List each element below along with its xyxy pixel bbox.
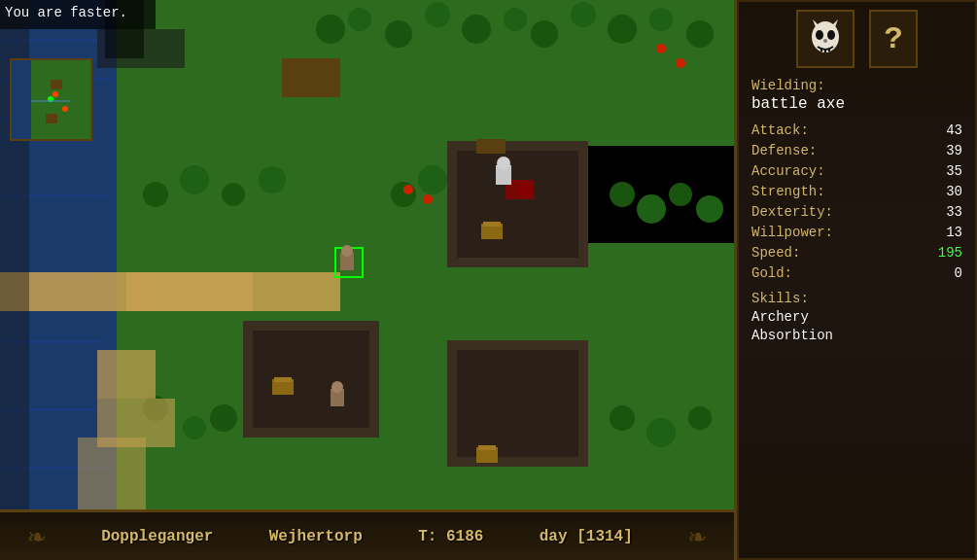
game-message: You are faster. bbox=[5, 5, 127, 20]
svg-point-61 bbox=[696, 195, 723, 223]
svg-rect-30 bbox=[483, 222, 501, 227]
svg-rect-69 bbox=[97, 350, 156, 399]
svg-point-67 bbox=[688, 406, 712, 430]
minimap bbox=[10, 58, 92, 141]
stat-row: Defense:39 bbox=[751, 143, 962, 158]
day-display: day [1314] bbox=[540, 528, 633, 545]
svg-point-15 bbox=[348, 8, 371, 31]
svg-point-47 bbox=[676, 58, 685, 68]
svg-point-59 bbox=[637, 194, 666, 224]
stat-row: Attack:43 bbox=[751, 122, 962, 138]
svg-rect-81 bbox=[46, 114, 57, 123]
svg-point-43 bbox=[418, 165, 447, 194]
skill-item: Absorbtion bbox=[751, 328, 962, 343]
svg-rect-26 bbox=[457, 151, 578, 258]
svg-point-22 bbox=[608, 15, 637, 44]
stat-value: 195 bbox=[924, 245, 962, 261]
stat-value: 0 bbox=[924, 265, 962, 281]
svg-point-18 bbox=[462, 15, 491, 44]
svg-point-77 bbox=[52, 91, 58, 97]
svg-point-19 bbox=[504, 8, 527, 31]
stats-rows: Attack:43Defense:39Accuracy:35Strength:3… bbox=[751, 122, 962, 281]
svg-point-42 bbox=[391, 182, 416, 207]
game-map bbox=[0, 0, 734, 509]
status-right-deco: ❧ bbox=[688, 518, 706, 554]
stat-row: Willpower:13 bbox=[751, 225, 962, 240]
svg-rect-51 bbox=[274, 377, 292, 382]
stat-label: Dexterity: bbox=[751, 204, 839, 220]
stat-label: Willpower: bbox=[751, 225, 839, 240]
stat-row: Speed:195 bbox=[751, 245, 962, 261]
svg-rect-71 bbox=[78, 438, 146, 509]
svg-rect-57 bbox=[478, 445, 496, 450]
svg-point-34 bbox=[497, 157, 510, 170]
stat-value: 13 bbox=[924, 225, 962, 240]
svg-point-38 bbox=[143, 182, 168, 207]
svg-rect-31 bbox=[476, 139, 506, 154]
svg-point-53 bbox=[331, 381, 343, 393]
svg-point-86 bbox=[823, 39, 827, 43]
svg-point-21 bbox=[571, 2, 596, 27]
svg-rect-75 bbox=[12, 60, 31, 141]
svg-point-40 bbox=[222, 183, 245, 206]
wielding-label: Wielding: bbox=[751, 78, 962, 93]
stat-value: 35 bbox=[924, 163, 962, 179]
stat-row: Strength:30 bbox=[751, 184, 962, 199]
svg-point-84 bbox=[816, 30, 823, 40]
stat-value: 30 bbox=[924, 184, 962, 199]
game-viewport[interactable]: You are faster. ❧ Doppleganger Wejhertor… bbox=[0, 0, 734, 560]
stat-label: Strength: bbox=[751, 184, 839, 199]
location-name: Wejhertorp bbox=[269, 528, 363, 545]
svg-point-24 bbox=[686, 20, 714, 48]
svg-point-58 bbox=[610, 182, 635, 207]
help-icon[interactable]: ? bbox=[869, 10, 918, 68]
svg-rect-68 bbox=[126, 272, 253, 311]
svg-point-23 bbox=[649, 8, 673, 31]
svg-rect-55 bbox=[457, 350, 578, 457]
svg-rect-32 bbox=[282, 58, 340, 97]
stats-panel: ? Wielding: battle axe Attack:43Defense:… bbox=[734, 0, 977, 560]
skull-mask-icon bbox=[806, 19, 845, 58]
svg-point-63 bbox=[183, 416, 206, 439]
svg-point-60 bbox=[669, 183, 692, 206]
svg-point-37 bbox=[341, 245, 353, 257]
skill-item: Archery bbox=[751, 309, 962, 325]
svg-point-65 bbox=[610, 405, 635, 431]
stats-section: Wielding: battle axe Attack:43Defense:39… bbox=[737, 73, 977, 560]
panel-icon-row: ? bbox=[737, 0, 977, 73]
stat-value: 43 bbox=[924, 122, 962, 138]
svg-point-17 bbox=[425, 2, 450, 27]
status-bar: ❧ Doppleganger Wejhertorp T: 6186 day [1… bbox=[0, 509, 734, 560]
svg-point-44 bbox=[403, 185, 413, 194]
svg-point-66 bbox=[646, 418, 676, 447]
character-icon[interactable] bbox=[796, 10, 855, 68]
svg-point-78 bbox=[62, 106, 68, 112]
svg-point-85 bbox=[827, 30, 835, 40]
svg-point-20 bbox=[531, 20, 558, 48]
stat-row: Gold:0 bbox=[751, 265, 962, 281]
status-left-deco: ❧ bbox=[28, 518, 46, 554]
stat-label: Gold: bbox=[751, 265, 839, 281]
svg-rect-80 bbox=[51, 80, 62, 89]
stat-label: Speed: bbox=[751, 245, 839, 261]
time-display: T: 6186 bbox=[418, 528, 483, 545]
svg-point-45 bbox=[423, 194, 433, 204]
svg-rect-49 bbox=[253, 331, 369, 428]
stat-row: Accuracy:35 bbox=[751, 163, 962, 179]
svg-point-16 bbox=[385, 20, 412, 48]
message-text: You are faster. bbox=[5, 5, 127, 20]
skills-list: ArcheryAbsorbtion bbox=[751, 309, 962, 343]
character-name: Doppleganger bbox=[101, 528, 213, 545]
svg-point-46 bbox=[656, 44, 666, 53]
stat-label: Attack: bbox=[751, 122, 839, 138]
svg-point-64 bbox=[210, 404, 237, 432]
svg-point-41 bbox=[259, 166, 286, 193]
stat-label: Accuracy: bbox=[751, 163, 839, 179]
stat-label: Defense: bbox=[751, 143, 839, 158]
stat-value: 39 bbox=[924, 143, 962, 158]
skills-label: Skills: bbox=[751, 291, 962, 306]
stat-value: 33 bbox=[924, 204, 962, 220]
svg-point-28 bbox=[517, 182, 533, 197]
svg-point-39 bbox=[180, 165, 209, 194]
stat-row: Dexterity:33 bbox=[751, 204, 962, 220]
